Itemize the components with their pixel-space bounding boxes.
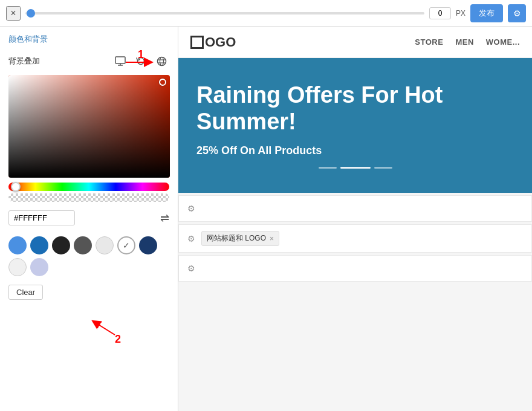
section-row-2: ⚙ 网站标题和 LOGO × xyxy=(178,224,532,253)
color-swatch-lightgray[interactable] xyxy=(96,236,114,254)
nav-store[interactable]: STORE xyxy=(415,37,443,47)
close-icon: × xyxy=(10,8,16,19)
color-swatch-darkblue[interactable] xyxy=(139,236,157,254)
bg-overlay-label: 背景叠加 xyxy=(8,56,40,66)
close-button[interactable]: × xyxy=(6,6,21,21)
slider-thumb[interactable] xyxy=(27,9,35,18)
color-swatch-black[interactable] xyxy=(52,236,70,254)
section-row-1: ⚙ xyxy=(178,195,532,222)
color-gradient[interactable] xyxy=(8,75,170,178)
color-swatch-offwhite[interactable] xyxy=(8,258,27,276)
hero-banner: Raining Offers For Hot Summer! 25% Off O… xyxy=(178,58,532,193)
nav-women[interactable]: WOME... xyxy=(486,37,520,47)
adjust-icon[interactable]: ⇌ xyxy=(160,212,169,225)
hex-row: #FFFFFF ⇌ xyxy=(0,207,178,229)
settings-button[interactable]: ⚙ xyxy=(508,4,526,22)
hero-subtitle: 25% Off On All Products xyxy=(196,144,514,157)
color-swatch-white[interactable]: ✓ xyxy=(117,236,135,254)
slider-track[interactable] xyxy=(25,12,424,15)
section-title: 颜色和背景 xyxy=(0,27,178,50)
color-swatch-blue2[interactable] xyxy=(30,236,48,254)
hue-slider[interactable] xyxy=(8,183,169,191)
tag-close-icon[interactable]: × xyxy=(270,235,274,243)
alpha-slider[interactable] xyxy=(8,193,169,202)
main-layout: 颜色和背景 背景叠加 xyxy=(0,27,532,411)
globe-icon xyxy=(157,56,167,66)
monitor-icon xyxy=(115,56,126,66)
color-cursor xyxy=(159,79,166,86)
hex-input[interactable]: #FFFFFF xyxy=(8,210,75,225)
bg-overlay-row: 背景叠加 xyxy=(0,50,178,73)
logo-text: OGO xyxy=(205,34,236,50)
annotation-2-label: 2 xyxy=(115,333,121,345)
publish-button[interactable]: 发布 xyxy=(470,4,503,22)
annotation-2-arrow xyxy=(91,318,121,339)
check-icon: ✓ xyxy=(123,241,130,250)
svg-line-8 xyxy=(96,323,115,335)
banner-indicators xyxy=(196,167,514,169)
section-tag: 网站标题和 LOGO × xyxy=(201,231,279,246)
color-swatch-gray[interactable] xyxy=(74,236,92,254)
hue-thumb[interactable] xyxy=(11,182,21,192)
section-gear-2[interactable]: ⚙ xyxy=(187,234,195,244)
preview-nav: OGO STORE MEN WOME... xyxy=(178,27,532,58)
preset-colors: ✓ xyxy=(0,234,178,281)
slider-container: 0 PX xyxy=(25,7,465,19)
right-panel: OGO STORE MEN WOME... Raining Offers For… xyxy=(178,27,532,411)
annotation-2-container: 2 xyxy=(115,333,121,346)
section-gear-3[interactable]: ⚙ xyxy=(187,264,195,273)
slider-value-input[interactable]: 0 xyxy=(429,7,451,19)
clear-button[interactable]: Clear xyxy=(8,285,43,300)
slider-unit: PX xyxy=(456,9,465,18)
reset-icon xyxy=(136,56,146,66)
top-bar: × 0 PX 发布 ⚙ xyxy=(0,0,532,27)
page-sections: ⚙ ⚙ 网站标题和 LOGO × ⚙ xyxy=(178,193,532,411)
nav-men[interactable]: MEN xyxy=(455,37,473,47)
color-swatch-lavender[interactable] xyxy=(30,258,48,276)
color-picker-area[interactable] xyxy=(8,75,169,178)
reset-icon-button[interactable] xyxy=(133,53,149,69)
globe-icon-button[interactable] xyxy=(154,53,169,69)
section-tag-label: 网站标题和 LOGO xyxy=(207,233,266,244)
svg-rect-0 xyxy=(115,57,125,63)
logo-square xyxy=(190,36,204,49)
bg-overlay-actions xyxy=(112,53,169,69)
left-panel: 颜色和背景 背景叠加 xyxy=(0,27,178,411)
monitor-icon-button[interactable] xyxy=(112,53,128,69)
indicator-1 xyxy=(319,167,337,169)
color-swatch-blue1[interactable] xyxy=(8,236,27,254)
nav-links: STORE MEN WOME... xyxy=(415,37,520,47)
svg-point-3 xyxy=(157,57,166,65)
section-gear-1[interactable]: ⚙ xyxy=(187,204,195,213)
indicator-3 xyxy=(374,167,392,169)
indicator-2 xyxy=(340,167,371,169)
hero-title: Raining Offers For Hot Summer! xyxy=(196,82,514,135)
gradient-black-overlay xyxy=(8,75,170,178)
gear-icon: ⚙ xyxy=(513,8,521,18)
logo: OGO xyxy=(190,34,236,50)
section-row-3: ⚙ xyxy=(178,255,532,282)
svg-point-4 xyxy=(160,57,163,65)
